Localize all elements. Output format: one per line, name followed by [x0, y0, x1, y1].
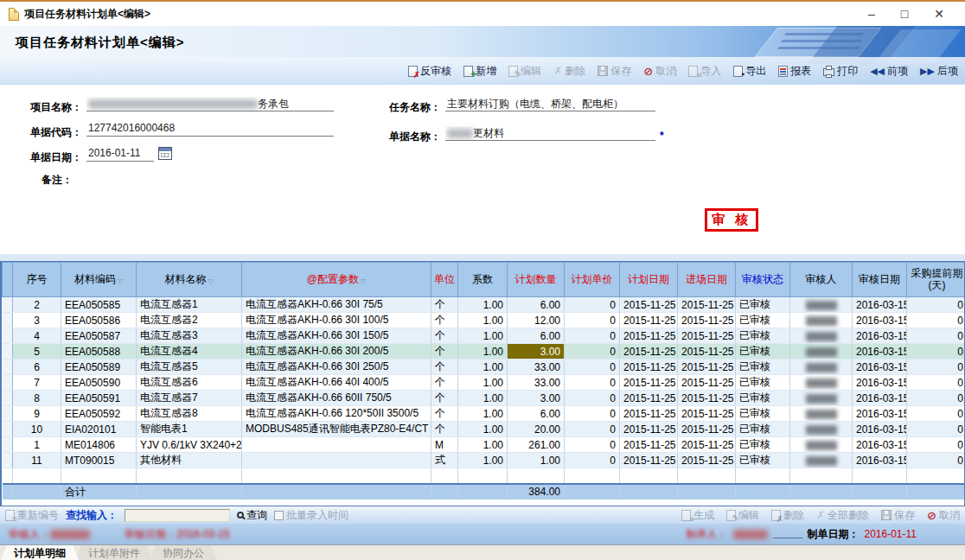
cell-factor[interactable]: 1.00: [458, 375, 508, 391]
cell-audit_date[interactable]: 2016-03-15: [853, 375, 907, 391]
cell-auditor[interactable]: [790, 344, 853, 360]
cell-seq[interactable]: 10: [13, 422, 61, 437]
cell-seq[interactable]: 7: [13, 375, 61, 391]
tab-2[interactable]: 计划单附件: [74, 545, 154, 560]
cell-status[interactable]: 已审核: [736, 437, 790, 453]
renumber-button[interactable]: 重新编号: [5, 508, 59, 523]
table-row[interactable]: 4EEA050587电流互感器3电流互感器AKH-0.66 30I 150/5个…: [3, 328, 965, 344]
cell-spec[interactable]: 电流互感器AKH-0.66 30I 150/5: [242, 328, 431, 344]
row-gutter[interactable]: [3, 360, 13, 375]
column-header-qty[interactable]: 计划数量: [508, 263, 565, 297]
cell-status[interactable]: 已审核: [736, 375, 790, 391]
cell-seq[interactable]: 4: [13, 328, 61, 344]
toolbar-prev-button[interactable]: ◀◀前项: [870, 64, 908, 79]
cell-status[interactable]: 已审核: [736, 391, 790, 406]
cell-price[interactable]: 0: [565, 328, 620, 344]
filter-icon-spec[interactable]: ▽: [361, 277, 366, 285]
cell-auditor[interactable]: [790, 406, 853, 422]
cell-unit[interactable]: 个: [431, 375, 458, 391]
column-header-spec[interactable]: @配置参数▽: [242, 263, 431, 297]
grid-delete-row-button[interactable]: 删除: [771, 508, 804, 523]
cell-factor[interactable]: 1.00: [458, 437, 508, 453]
filter-icon-name[interactable]: ▽: [208, 277, 213, 285]
cell-audit_date[interactable]: 2016-03-15: [853, 406, 907, 422]
cell-status[interactable]: 已审核: [736, 406, 790, 422]
cell-factor[interactable]: 1.00: [458, 422, 508, 437]
toolbar-next-button[interactable]: ▶▶后项: [920, 64, 958, 79]
cell-status[interactable]: 已审核: [736, 344, 790, 360]
cell-unit[interactable]: 个: [431, 313, 458, 328]
cell-status[interactable]: 已审核: [736, 297, 790, 313]
cell-spec[interactable]: MODBUS485通讯智能电表PZ80-E4/CT: [242, 422, 431, 437]
cell-code[interactable]: ME014806: [61, 437, 137, 453]
row-gutter[interactable]: [3, 344, 13, 360]
grid-save-rows-button[interactable]: 保存: [881, 508, 915, 523]
cell-plan_date[interactable]: 2015-11-25: [620, 391, 678, 406]
cell-spec[interactable]: 电流互感器AKH-0.66 30I 250/5: [242, 360, 431, 375]
cell-spec[interactable]: 电流互感器AKH-0.66 120*50II 3500/5: [242, 406, 431, 422]
find-input[interactable]: [125, 509, 230, 522]
column-header-plan_date[interactable]: 计划日期: [620, 263, 678, 297]
column-header-unit[interactable]: 单位: [431, 263, 458, 297]
cell-code[interactable]: EEA050587: [61, 328, 137, 344]
cell-name[interactable]: YJV 0.6/1kV 3X240+2X1: [137, 437, 242, 453]
doc-date-field[interactable]: 2016-01-11: [86, 147, 154, 162]
cell-audit_date[interactable]: 2016-03-15: [853, 422, 907, 437]
column-header-auditor[interactable]: 审核人: [790, 263, 853, 297]
cell-name[interactable]: 电流互感器7: [137, 391, 242, 406]
row-gutter[interactable]: [3, 437, 13, 453]
cell-unit[interactable]: 式: [431, 453, 458, 468]
cell-plan_date[interactable]: 2015-11-25: [620, 406, 678, 422]
row-gutter[interactable]: [3, 391, 13, 406]
cell-qty[interactable]: 3.00: [508, 391, 565, 406]
cell-entry_date[interactable]: 2015-11-25: [678, 437, 736, 453]
grid-delete-all-button[interactable]: ✗全部删除: [816, 508, 869, 523]
cell-status[interactable]: 已审核: [736, 360, 790, 375]
cell-seq[interactable]: 6: [13, 360, 61, 375]
cell-qty[interactable]: 20.00: [508, 422, 565, 437]
cell-price[interactable]: 0: [565, 406, 620, 422]
cell-qty[interactable]: 6.00: [508, 406, 565, 422]
filter-icon-code[interactable]: ▽: [118, 277, 123, 285]
cell-auditor[interactable]: [790, 422, 853, 437]
cell-code[interactable]: EEA050590: [61, 375, 137, 391]
cell-price[interactable]: 0: [565, 313, 620, 328]
column-header-factor[interactable]: 系数: [458, 263, 508, 297]
row-gutter[interactable]: [3, 406, 13, 422]
minimize-button[interactable]: –: [868, 8, 875, 20]
cell-auditor[interactable]: [790, 437, 853, 453]
cell-plan_date[interactable]: 2015-11-25: [620, 437, 678, 453]
cell-plan_date[interactable]: 2015-11-25: [620, 344, 678, 360]
row-gutter[interactable]: [3, 297, 13, 313]
cell-factor[interactable]: 1.00: [458, 313, 508, 328]
cell-name[interactable]: 电流互感器2: [137, 313, 242, 328]
cell-entry_date[interactable]: 2015-11-25: [678, 422, 736, 437]
table-row[interactable]: 2EEA050585电流互感器1电流互感器AKH-0.66 30I 75/5个1…: [3, 297, 965, 313]
cell-price[interactable]: 0: [565, 391, 620, 406]
toolbar-export-button[interactable]: 导出: [733, 64, 766, 79]
cell-factor[interactable]: 1.00: [458, 406, 508, 422]
cell-status[interactable]: 已审核: [736, 453, 790, 468]
tab-1[interactable]: 计划单明细: [0, 545, 80, 560]
cell-unit[interactable]: 个: [431, 391, 458, 406]
tab-3[interactable]: 协同办公: [149, 545, 218, 560]
cell-auditor[interactable]: [790, 375, 853, 391]
cell-seq[interactable]: 2: [13, 297, 61, 313]
cell-qty[interactable]: 6.00: [508, 328, 565, 344]
cell-status[interactable]: 已审核: [736, 328, 790, 344]
project-name-field[interactable]: 务承包: [86, 97, 334, 111]
toolbar-edit-button[interactable]: 编辑: [508, 64, 541, 79]
cell-auditor[interactable]: [790, 313, 853, 328]
toolbar-unaudit-button[interactable]: 反审核: [408, 64, 451, 79]
cell-lead[interactable]: 0: [907, 453, 965, 468]
column-header-code[interactable]: 材料编码▽: [61, 263, 137, 297]
cell-code[interactable]: EIA020101: [61, 422, 137, 437]
cell-seq[interactable]: 1: [13, 437, 61, 453]
cell-spec[interactable]: 电流互感器AKH-0.66 60II 750/5: [242, 391, 431, 406]
cell-plan_date[interactable]: 2015-11-25: [620, 375, 678, 391]
cell-audit_date[interactable]: 2016-03-15: [853, 437, 907, 453]
column-header-lead[interactable]: 采购提前期(天): [907, 263, 965, 297]
cell-name[interactable]: 电流互感器3: [137, 328, 242, 344]
cell-factor[interactable]: 1.00: [458, 344, 508, 360]
toolbar-import-button[interactable]: 导入: [688, 64, 721, 79]
